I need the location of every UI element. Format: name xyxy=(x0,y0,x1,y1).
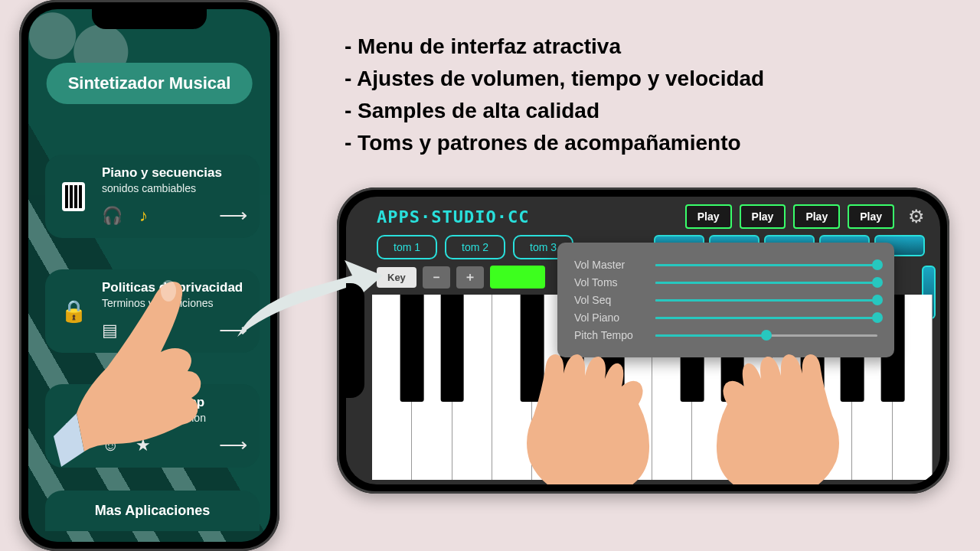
tom-button[interactable]: tom 1 xyxy=(377,235,437,259)
star-icon: ★ xyxy=(136,435,151,455)
gear-icon[interactable]: ⚙ xyxy=(908,206,925,227)
phone-landscape-screen: APPS·STUDIO·CC Play Play Play Play ⚙ tom… xyxy=(346,197,940,484)
slider-row: Pitch Tempo xyxy=(574,329,877,341)
slider-vol-toms[interactable] xyxy=(655,282,877,284)
slider-row: Vol Piano xyxy=(574,311,877,324)
card-subtitle: Terminos y condiciones xyxy=(102,297,246,309)
lock-icon: 🔒 xyxy=(56,294,91,329)
card-title: Califica esta app xyxy=(102,395,246,410)
slider-row: Vol Toms xyxy=(574,276,877,289)
feature-list: - Menu de interfaz atractiva - Ajustes d… xyxy=(345,31,764,159)
headphones-icon: 🎧 xyxy=(102,206,122,226)
play-button[interactable]: Play xyxy=(848,204,894,229)
card-subtitle: sonidos cambiables xyxy=(102,182,246,194)
slider-label: Vol Master xyxy=(574,259,643,271)
play-button[interactable]: Play xyxy=(740,204,786,229)
more-apps-button[interactable]: Mas Aplicaciones xyxy=(45,491,260,531)
black-key[interactable] xyxy=(521,295,544,402)
tom-button[interactable]: tom 2 xyxy=(445,235,505,259)
slider-label: Vol Toms xyxy=(574,276,643,289)
arrow-right-icon: ⟶ xyxy=(219,433,246,457)
card-title: Piano y secuencias xyxy=(102,165,246,181)
phone-portrait-frame: Sintetizador Musical Piano y secuencias … xyxy=(19,0,279,551)
rate-icon: ★ xyxy=(56,409,91,444)
key-button[interactable]: Key xyxy=(377,267,416,288)
feature-item: - Ajustes de volumen, tiempo y velocidad xyxy=(345,63,764,95)
slider-row: Vol Seq xyxy=(574,294,877,306)
menu-card-privacy[interactable]: 🔒 Politicas de privacidad Terminos y con… xyxy=(45,269,260,353)
slider-label: Vol Seq xyxy=(574,294,643,306)
music-note-icon: ♪ xyxy=(139,206,148,226)
slider-label: Pitch Tempo xyxy=(574,329,643,341)
settings-panel: Vol Master Vol Toms Vol Seq Vol Piano Pi… xyxy=(557,243,894,357)
slider-row: Vol Master xyxy=(574,259,877,271)
smile-icon: ☺ xyxy=(102,435,119,455)
menu-card-rate[interactable]: ★ Califica esta app Valora esta aplicaci… xyxy=(45,384,260,468)
feature-item: - Toms y patrones de acompañamiento xyxy=(345,127,764,159)
arrow-right-icon: ⟶ xyxy=(219,204,246,227)
phone-landscape-frame: APPS·STUDIO·CC Play Play Play Play ⚙ tom… xyxy=(337,187,949,494)
play-button[interactable]: Play xyxy=(685,204,732,229)
piano-icon xyxy=(56,179,91,214)
app-title: Sintetizador Musical xyxy=(47,63,253,104)
record-indicator[interactable] xyxy=(490,266,545,289)
slider-vol-piano[interactable] xyxy=(655,317,877,319)
document-icon: ▤ xyxy=(102,321,118,341)
slider-vol-seq[interactable] xyxy=(655,299,877,302)
card-title: Politicas de privacidad xyxy=(102,280,246,295)
slider-label: Vol Piano xyxy=(574,311,643,324)
octave-up-button[interactable]: ＋ xyxy=(456,266,484,289)
phone-portrait-screen: Sintetizador Musical Piano y secuencias … xyxy=(28,9,270,542)
black-key[interactable] xyxy=(400,295,424,402)
octave-down-button[interactable]: － xyxy=(423,266,450,289)
feature-item: - Samples de alta calidad xyxy=(345,95,764,127)
notch-icon xyxy=(346,283,364,398)
menu-card-piano[interactable]: Piano y secuencias sonidos cambiables 🎧 … xyxy=(45,155,260,238)
feature-item: - Menu de interfaz atractiva xyxy=(345,31,764,63)
card-subtitle: Valora esta aplicacion xyxy=(102,412,246,424)
arrow-right-icon: ⟶ xyxy=(219,318,246,342)
play-button[interactable]: Play xyxy=(793,204,840,229)
slider-vol-master[interactable] xyxy=(655,264,877,266)
black-key[interactable] xyxy=(440,295,464,402)
slider-pitch-tempo[interactable] xyxy=(655,334,877,337)
notch-icon xyxy=(92,9,207,29)
app-logo: APPS·STUDIO·CC xyxy=(377,207,529,227)
